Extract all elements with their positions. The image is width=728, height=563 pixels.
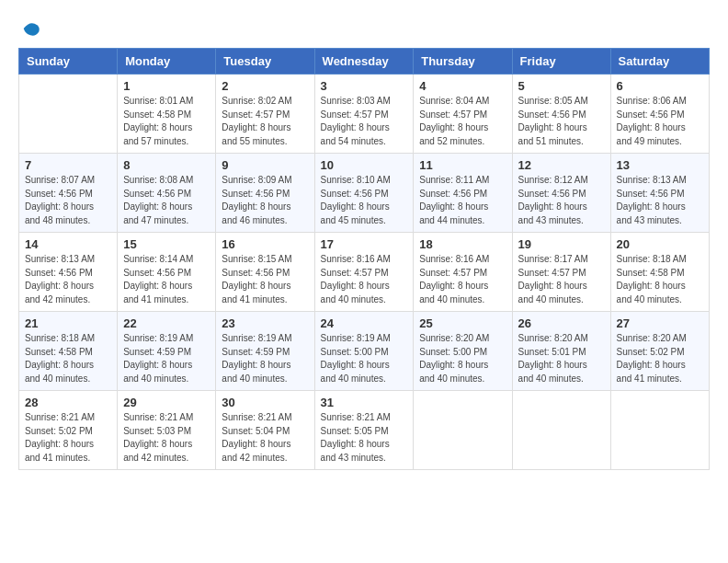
calendar-cell: 21Sunrise: 8:18 AMSunset: 4:58 PMDayligh… xyxy=(19,312,118,391)
calendar-cell: 1Sunrise: 8:01 AMSunset: 4:58 PMDaylight… xyxy=(118,75,216,154)
day-number: 27 xyxy=(617,316,703,330)
day-number: 21 xyxy=(25,316,111,330)
day-number: 28 xyxy=(25,396,111,409)
day-info: Sunrise: 8:18 AMSunset: 4:58 PMDaylight:… xyxy=(25,332,111,385)
calendar-cell: 30Sunrise: 8:21 AMSunset: 5:04 PMDayligh… xyxy=(216,391,314,470)
day-info: Sunrise: 8:20 AMSunset: 5:02 PMDaylight:… xyxy=(617,332,703,385)
weekday-saturday: Saturday xyxy=(610,49,709,75)
weekday-monday: Monday xyxy=(118,49,216,75)
day-info: Sunrise: 8:10 AMSunset: 4:56 PMDaylight:… xyxy=(321,174,408,227)
calendar-cell: 6Sunrise: 8:06 AMSunset: 4:56 PMDaylight… xyxy=(610,75,709,154)
day-info: Sunrise: 8:16 AMSunset: 4:57 PMDaylight:… xyxy=(321,253,408,306)
day-info: Sunrise: 8:19 AMSunset: 4:59 PMDaylight:… xyxy=(123,332,210,385)
calendar-cell: 3Sunrise: 8:03 AMSunset: 4:57 PMDaylight… xyxy=(314,75,414,154)
logo-icon xyxy=(20,18,40,39)
calendar-cell: 11Sunrise: 8:11 AMSunset: 4:56 PMDayligh… xyxy=(414,154,512,233)
day-number: 14 xyxy=(25,237,111,251)
calendar-week-2: 7Sunrise: 8:07 AMSunset: 4:56 PMDaylight… xyxy=(19,154,710,233)
calendar-cell: 14Sunrise: 8:13 AMSunset: 4:56 PMDayligh… xyxy=(19,233,118,312)
weekday-tuesday: Tuesday xyxy=(216,49,314,75)
day-number: 11 xyxy=(419,158,506,172)
day-info: Sunrise: 8:01 AMSunset: 4:58 PMDaylight:… xyxy=(123,95,210,148)
calendar-cell: 18Sunrise: 8:16 AMSunset: 4:57 PMDayligh… xyxy=(414,233,512,312)
day-number: 13 xyxy=(617,158,703,172)
day-info: Sunrise: 8:19 AMSunset: 5:00 PMDaylight:… xyxy=(321,332,408,385)
day-info: Sunrise: 8:08 AMSunset: 4:56 PMDaylight:… xyxy=(123,174,210,227)
calendar-cell: 28Sunrise: 8:21 AMSunset: 5:02 PMDayligh… xyxy=(19,391,118,470)
calendar-header: SundayMondayTuesdayWednesdayThursdayFrid… xyxy=(19,49,710,75)
calendar-cell: 23Sunrise: 8:19 AMSunset: 4:59 PMDayligh… xyxy=(216,312,314,391)
day-number: 25 xyxy=(419,316,506,330)
day-info: Sunrise: 8:21 AMSunset: 5:04 PMDaylight:… xyxy=(222,411,308,465)
day-info: Sunrise: 8:21 AMSunset: 5:05 PMDaylight:… xyxy=(321,411,408,465)
calendar-cell: 25Sunrise: 8:20 AMSunset: 5:00 PMDayligh… xyxy=(414,312,512,391)
day-number: 2 xyxy=(222,79,308,93)
calendar-cell: 20Sunrise: 8:18 AMSunset: 4:58 PMDayligh… xyxy=(610,233,709,312)
weekday-header-row: SundayMondayTuesdayWednesdayThursdayFrid… xyxy=(19,49,710,75)
day-info: Sunrise: 8:02 AMSunset: 4:57 PMDaylight:… xyxy=(222,95,308,148)
day-number: 20 xyxy=(617,237,703,251)
calendar-cell: 7Sunrise: 8:07 AMSunset: 4:56 PMDaylight… xyxy=(19,154,118,233)
calendar-cell: 24Sunrise: 8:19 AMSunset: 5:00 PMDayligh… xyxy=(314,312,414,391)
day-number: 31 xyxy=(321,396,408,409)
day-number: 30 xyxy=(222,396,308,409)
day-info: Sunrise: 8:09 AMSunset: 4:56 PMDaylight:… xyxy=(222,174,308,227)
day-number: 3 xyxy=(321,79,408,93)
calendar-cell: 26Sunrise: 8:20 AMSunset: 5:01 PMDayligh… xyxy=(512,312,610,391)
weekday-wednesday: Wednesday xyxy=(314,49,414,75)
calendar-week-4: 21Sunrise: 8:18 AMSunset: 4:58 PMDayligh… xyxy=(19,312,710,391)
day-info: Sunrise: 8:12 AMSunset: 4:56 PMDaylight:… xyxy=(518,174,605,227)
day-info: Sunrise: 8:15 AMSunset: 4:56 PMDaylight:… xyxy=(222,253,308,306)
calendar-cell: 19Sunrise: 8:17 AMSunset: 4:57 PMDayligh… xyxy=(512,233,610,312)
day-info: Sunrise: 8:13 AMSunset: 4:56 PMDaylight:… xyxy=(617,174,703,227)
day-info: Sunrise: 8:05 AMSunset: 4:56 PMDaylight:… xyxy=(518,95,605,148)
day-number: 5 xyxy=(518,79,605,93)
calendar-cell xyxy=(19,75,118,154)
day-info: Sunrise: 8:18 AMSunset: 4:58 PMDaylight:… xyxy=(617,253,703,306)
day-info: Sunrise: 8:19 AMSunset: 4:59 PMDaylight:… xyxy=(222,332,308,385)
day-number: 16 xyxy=(222,237,308,251)
day-info: Sunrise: 8:03 AMSunset: 4:57 PMDaylight:… xyxy=(321,95,408,148)
day-info: Sunrise: 8:13 AMSunset: 4:56 PMDaylight:… xyxy=(25,253,111,306)
day-number: 12 xyxy=(518,158,605,172)
day-number: 18 xyxy=(419,237,506,251)
day-info: Sunrise: 8:11 AMSunset: 4:56 PMDaylight:… xyxy=(419,174,506,227)
day-number: 9 xyxy=(222,158,308,172)
day-number: 17 xyxy=(321,237,408,251)
day-info: Sunrise: 8:17 AMSunset: 4:57 PMDaylight:… xyxy=(518,253,605,306)
day-number: 8 xyxy=(123,158,210,172)
day-info: Sunrise: 8:04 AMSunset: 4:57 PMDaylight:… xyxy=(419,95,506,148)
calendar-cell: 17Sunrise: 8:16 AMSunset: 4:57 PMDayligh… xyxy=(314,233,414,312)
day-info: Sunrise: 8:07 AMSunset: 4:56 PMDaylight:… xyxy=(25,174,111,227)
calendar-cell: 4Sunrise: 8:04 AMSunset: 4:57 PMDaylight… xyxy=(414,75,512,154)
logo xyxy=(18,18,40,39)
calendar-cell: 27Sunrise: 8:20 AMSunset: 5:02 PMDayligh… xyxy=(610,312,709,391)
calendar-cell xyxy=(512,391,610,470)
calendar-cell: 15Sunrise: 8:14 AMSunset: 4:56 PMDayligh… xyxy=(118,233,216,312)
day-number: 22 xyxy=(123,316,210,330)
day-number: 10 xyxy=(321,158,408,172)
day-number: 19 xyxy=(518,237,605,251)
weekday-thursday: Thursday xyxy=(414,49,512,75)
calendar-week-5: 28Sunrise: 8:21 AMSunset: 5:02 PMDayligh… xyxy=(19,391,710,470)
day-info: Sunrise: 8:06 AMSunset: 4:56 PMDaylight:… xyxy=(617,95,703,148)
day-info: Sunrise: 8:16 AMSunset: 4:57 PMDaylight:… xyxy=(419,253,506,306)
calendar-cell: 29Sunrise: 8:21 AMSunset: 5:03 PMDayligh… xyxy=(118,391,216,470)
day-number: 24 xyxy=(321,316,408,330)
day-info: Sunrise: 8:14 AMSunset: 4:56 PMDaylight:… xyxy=(123,253,210,306)
calendar-cell: 8Sunrise: 8:08 AMSunset: 4:56 PMDaylight… xyxy=(118,154,216,233)
day-info: Sunrise: 8:21 AMSunset: 5:03 PMDaylight:… xyxy=(123,411,210,465)
calendar-week-3: 14Sunrise: 8:13 AMSunset: 4:56 PMDayligh… xyxy=(19,233,710,312)
weekday-sunday: Sunday xyxy=(19,49,118,75)
day-number: 1 xyxy=(123,79,210,93)
day-number: 4 xyxy=(419,79,506,93)
calendar-cell: 9Sunrise: 8:09 AMSunset: 4:56 PMDaylight… xyxy=(216,154,314,233)
day-number: 23 xyxy=(222,316,308,330)
calendar-cell: 31Sunrise: 8:21 AMSunset: 5:05 PMDayligh… xyxy=(314,391,414,470)
weekday-friday: Friday xyxy=(512,49,610,75)
calendar-cell: 22Sunrise: 8:19 AMSunset: 4:59 PMDayligh… xyxy=(118,312,216,391)
calendar-cell: 16Sunrise: 8:15 AMSunset: 4:56 PMDayligh… xyxy=(216,233,314,312)
calendar-cell: 12Sunrise: 8:12 AMSunset: 4:56 PMDayligh… xyxy=(512,154,610,233)
day-info: Sunrise: 8:20 AMSunset: 5:00 PMDaylight:… xyxy=(419,332,506,385)
day-number: 6 xyxy=(617,79,703,93)
